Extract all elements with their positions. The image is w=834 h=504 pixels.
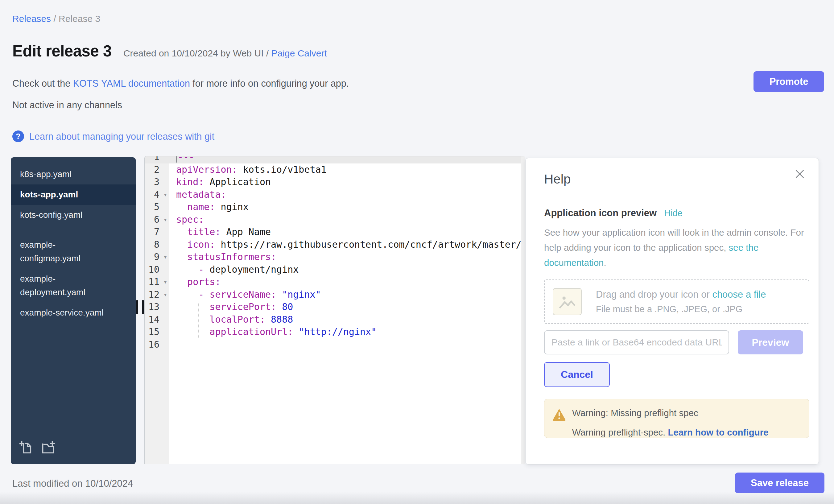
- file-tree-item-example-service.yaml[interactable]: example-service.yaml: [11, 303, 136, 323]
- line-number: 12: [145, 288, 161, 301]
- add-file-button[interactable]: [19, 440, 34, 455]
- file-tree-group-examples: example-configmap.yamlexample-deployment…: [11, 235, 136, 323]
- fold-arrow-icon[interactable]: ▾: [161, 288, 169, 301]
- code-line-15[interactable]: 15 applicationUrl: "http://nginx": [145, 326, 521, 338]
- token-key: apiVersion:: [176, 164, 243, 175]
- code-line-1[interactable]: 1---: [145, 156, 521, 163]
- file-name: kots-app.yaml: [20, 190, 78, 199]
- gutter-cell: 2: [145, 163, 169, 176]
- kots-yaml-doc-link[interactable]: KOTS YAML documentation: [73, 78, 190, 89]
- token-key: title:: [176, 226, 226, 237]
- gutter-cell: 1: [145, 156, 169, 163]
- git-releases-link[interactable]: Learn about managing your releases with …: [29, 131, 214, 142]
- fold-arrow-icon[interactable]: ▾: [161, 189, 169, 201]
- icon-preview-description: See how your application icon will look …: [544, 225, 811, 270]
- code-line-7[interactable]: 7 title: App Name: [145, 226, 521, 238]
- token-kw: -: [176, 264, 210, 275]
- token-plain: https://raw.githubusercontent.com/cncf/a…: [221, 239, 522, 250]
- fold-spacer: [161, 156, 169, 163]
- code-line-5[interactable]: 5 name: nginx: [145, 201, 521, 214]
- line-number: 9: [145, 251, 161, 263]
- line-number: 3: [145, 176, 161, 189]
- code-content: localPort: 8888: [169, 313, 521, 326]
- line-number: 11: [145, 276, 161, 288]
- code-line-12[interactable]: 12▾ - serviceName: "nginx": [145, 288, 521, 301]
- yaml-code-editor[interactable]: 1---2apiVersion: kots.io/v1beta13kind: A…: [144, 156, 525, 464]
- gutter-cell: 14: [145, 313, 169, 326]
- help-close-button[interactable]: [793, 168, 806, 180]
- cancel-button[interactable]: Cancel: [544, 362, 610, 387]
- file-tree-item-example-configmap.yaml[interactable]: example-configmap.yaml: [11, 235, 136, 269]
- fold-spacer: [161, 238, 169, 251]
- line-number: 1: [145, 156, 161, 163]
- dropzone-instruction: Drag and drop your icon or: [596, 289, 712, 300]
- code-line-16[interactable]: 16: [145, 338, 521, 351]
- icon-url-input[interactable]: [544, 330, 729, 354]
- token-key: kind:: [176, 176, 210, 187]
- code-content: statusInformers:: [169, 251, 521, 263]
- breadcrumb-releases-link[interactable]: Releases: [12, 14, 51, 24]
- token-kw: -: [176, 289, 210, 300]
- token-plain: deployment/nginx: [210, 264, 299, 275]
- choose-file-link[interactable]: choose a file: [712, 289, 766, 300]
- file-tree-item-k8s-app.yaml[interactable]: k8s-app.yaml: [11, 164, 136, 184]
- fold-arrow-icon[interactable]: ▾: [161, 251, 169, 263]
- code-line-14[interactable]: 14 localPort: 8888: [145, 313, 521, 326]
- code-line-13[interactable]: 13 servicePort: 80: [145, 301, 521, 313]
- token-num: 80: [282, 301, 293, 312]
- file-tree-item-example-deployment.yaml[interactable]: example-deployment.yaml: [11, 269, 136, 303]
- promote-button[interactable]: Promote: [753, 71, 824, 92]
- token-key: spec:: [176, 214, 204, 225]
- learn-how-to-configure-link[interactable]: Learn how to configure: [668, 427, 768, 437]
- gutter-cell: 11▾: [145, 276, 169, 288]
- gutter-cell: 13: [145, 301, 169, 313]
- file-name: example-configmap.yaml: [20, 240, 81, 263]
- help-panel: Help Application icon preview Hide See h…: [525, 158, 819, 464]
- editor-scrollbar[interactable]: [521, 156, 525, 464]
- token-key: icon:: [176, 239, 221, 250]
- author-link[interactable]: Paige Calvert: [271, 48, 327, 58]
- code-line-8[interactable]: 8 icon: https://raw.githubusercontent.co…: [145, 238, 521, 251]
- fold-spacer: [161, 263, 169, 276]
- close-icon: [793, 168, 806, 180]
- token-key: applicationUrl:: [176, 326, 299, 337]
- code-line-2[interactable]: 2apiVersion: kots.io/v1beta1: [145, 163, 521, 176]
- token-str: "nginx": [282, 289, 321, 300]
- file-tree-divider: [19, 230, 127, 230]
- fold-arrow-icon[interactable]: ▾: [161, 276, 169, 288]
- code-line-4[interactable]: 4▾metadata:: [145, 189, 521, 201]
- file-tree-item-kots-config.yaml[interactable]: kots-config.yaml: [11, 205, 136, 225]
- hide-link[interactable]: Hide: [664, 208, 683, 218]
- panel-resize-handle-left[interactable]: [136, 300, 144, 314]
- code-line-11[interactable]: 11▾ ports:: [145, 276, 521, 288]
- file-tree-group-kots: k8s-app.yamlkots-app.yamlkots-config.yam…: [11, 164, 136, 225]
- file-tree-footer: [19, 435, 127, 455]
- code-content: - serviceName: "nginx": [169, 288, 521, 301]
- add-folder-button[interactable]: [41, 440, 56, 455]
- file-name: kots-config.yaml: [20, 210, 82, 220]
- code-line-6[interactable]: 6▾spec:: [145, 214, 521, 226]
- line-number: 6: [145, 214, 161, 226]
- fold-arrow-icon[interactable]: ▾: [161, 214, 169, 226]
- save-release-button[interactable]: Save release: [735, 473, 825, 493]
- code-line-10[interactable]: 10 - deployment/nginx: [145, 263, 521, 276]
- line-number: 14: [145, 313, 161, 326]
- code-line-9[interactable]: 9▾ statusInformers:: [145, 251, 521, 263]
- code-content: [169, 338, 521, 351]
- token-plain: kots.io/v1beta1: [243, 164, 327, 175]
- dropzone-text: Drag and drop your icon or choose a file…: [596, 289, 766, 314]
- code-line-3[interactable]: 3kind: Application: [145, 176, 521, 189]
- code-content: ports:: [169, 276, 521, 288]
- preview-button[interactable]: Preview: [738, 330, 803, 354]
- preflight-warning-box: Warning: Missing preflight spec Warning …: [544, 399, 809, 438]
- file-tree-item-kots-app.yaml[interactable]: kots-app.yaml: [11, 184, 136, 205]
- gutter-cell: 12▾: [145, 288, 169, 301]
- description-text: See how your application icon will look …: [544, 227, 804, 253]
- image-placeholder-icon: [553, 288, 582, 315]
- page-title: Edit release 3: [12, 42, 112, 60]
- gutter-cell: 3: [145, 176, 169, 189]
- resize-bar: [142, 300, 144, 314]
- icon-dropzone[interactable]: Drag and drop your icon or choose a file…: [544, 280, 809, 324]
- code-content: title: App Name: [169, 226, 521, 238]
- last-modified-text: Last modified on 10/10/2024: [12, 478, 133, 489]
